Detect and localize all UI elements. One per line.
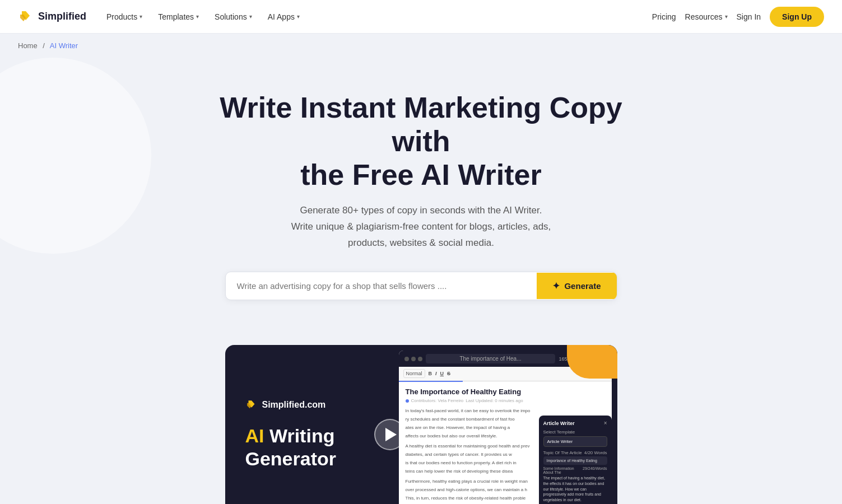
hero-subtitle-line2: Write unique & plagiarism-free content f… [291,221,551,232]
solutions-chevron-icon: ▾ [249,13,252,20]
ai-sidebar-info-row: Some Information About The 29/240/Words [543,466,607,474]
breadcrumb-current: AI Writer [50,41,78,50]
generate-label: Generate [564,281,601,291]
editor-meta-updated: Last Updated: 0 minutes ago [466,398,523,403]
generate-icon: ✦ [552,281,560,291]
ai-sidebar-template-label: Select Template [543,430,607,435]
video-logo: Simplified.com [245,399,379,411]
ai-sidebar-info-label-text: Some Information About The [543,466,583,474]
nav-products-label: Products [106,12,137,21]
toolbar-strikethrough[interactable]: S [447,371,450,376]
hero-subtitle-line3: products, websites & social media. [348,237,494,248]
nav-templates-label: Templates [158,12,194,21]
nav-item-products[interactable]: Products ▾ [100,8,149,26]
hero-subtitle: Generate 80+ types of copy in seconds wi… [253,203,589,251]
editor-body: The Importance of Healthy Eating Contrib… [399,382,612,504]
video-logo-icon [245,399,258,411]
breadcrumb-home[interactable]: Home [18,41,38,50]
search-bar: ✦ Generate [225,272,617,300]
logo-link[interactable]: Simplified [18,9,86,25]
breadcrumb: Home / AI Writer [0,34,842,58]
video-heading-ai: AI [245,425,264,446]
nav-signin[interactable]: Sign In [737,12,761,21]
navbar: Simplified Products ▾ Templates ▾ Soluti… [0,0,842,34]
nav-links: Products ▾ Templates ▾ Solutions ▾ AI Ap… [100,8,652,26]
toolbar-bold[interactable]: B [429,371,432,376]
nav-ai-apps-label: AI Apps [268,12,295,21]
nav-pricing[interactable]: Pricing [652,12,676,21]
breadcrumb-separator: / [43,41,45,50]
editor-dot-yellow [411,357,416,361]
editor-article-title: The Importance of Healthy Eating [406,388,605,396]
ai-sidebar-info-text: The impact of having a healthy diet, the… [543,475,607,503]
hero-title-line2: the Free AI Writer [300,158,542,191]
nav-item-solutions[interactable]: Solutions ▾ [208,8,259,26]
hero-subtitle-line1: Generate 80+ types of copy in seconds wi… [300,205,542,216]
logo-text: Simplified [38,11,86,22]
ai-apps-chevron-icon: ▾ [297,13,300,20]
editor-meta-dot [406,399,409,403]
video-heading: AI WritingGenerator [245,424,379,470]
play-triangle-icon [385,428,397,441]
editor-window-controls [404,357,422,361]
nav-right: Pricing Resources ▾ Sign In Sign Up [652,7,824,27]
ai-sidebar-info-count: 29/240/Words [583,466,607,474]
nav-resources[interactable]: Resources ▾ [685,12,728,21]
search-input[interactable] [226,272,537,300]
nav-solutions-label: Solutions [215,12,247,21]
ai-sidebar-topic-row: Topic Of The Article 4/20 Words [543,450,607,455]
nav-signup-button[interactable]: Sign Up [770,7,824,27]
editor-meta-contributors: Contributors: Vela Ferreiro [411,398,464,403]
hero-title: Write Instant Marketing Copy with the Fr… [203,91,640,192]
toolbar-underline[interactable]: U [440,371,444,376]
nav-resources-label: Resources [685,12,723,21]
ai-sidebar-topic-value[interactable]: Importance of Healthy Eating [543,456,607,465]
ai-sidebar-close-button[interactable]: × [604,420,607,426]
nav-item-ai-apps[interactable]: AI Apps ▾ [261,8,306,26]
ai-sidebar-panel: Article Writer × Select Template Article… [539,416,612,504]
ai-sidebar-title: Article Writer [543,421,575,426]
ai-sidebar-topic-label-text: Topic Of The Article [543,450,582,455]
hero-title-line1: Write Instant Marketing Copy with [220,91,622,157]
ai-sidebar-header: Article Writer × [543,420,607,426]
editor-title-bar: The importance of Hea... [426,354,556,363]
logo-icon [18,9,34,25]
editor-text-1: In today's fast-paced world, it can be e… [406,408,605,414]
hero-section: Write Instant Marketing Copy with the Fr… [0,58,842,323]
products-chevron-icon: ▾ [139,13,142,20]
editor-dot-green [418,357,422,361]
editor-meta: Contributors: Vela Ferreiro Last Updated… [406,398,605,403]
resources-chevron-icon: ▾ [725,13,728,20]
video-left-panel: Simplified.com AI WritingGenerator [225,345,399,504]
toolbar-italic[interactable]: I [435,371,437,376]
video-container: Simplified.com AI WritingGenerator The i… [225,345,617,504]
toolbar-normal-select[interactable]: Normal [403,369,425,378]
nav-item-templates[interactable]: Templates ▾ [151,8,206,26]
ai-sidebar-topic-count: 4/20 Words [584,450,607,455]
video-section: Simplified.com AI WritingGenerator The i… [0,323,842,504]
templates-chevron-icon: ▾ [196,13,199,20]
ai-sidebar-template-select[interactable]: Article Writer [543,436,607,447]
video-logo-text: Simplified.com [262,400,326,410]
generate-button[interactable]: ✦ Generate [537,273,616,299]
editor-dot-red [404,357,409,361]
